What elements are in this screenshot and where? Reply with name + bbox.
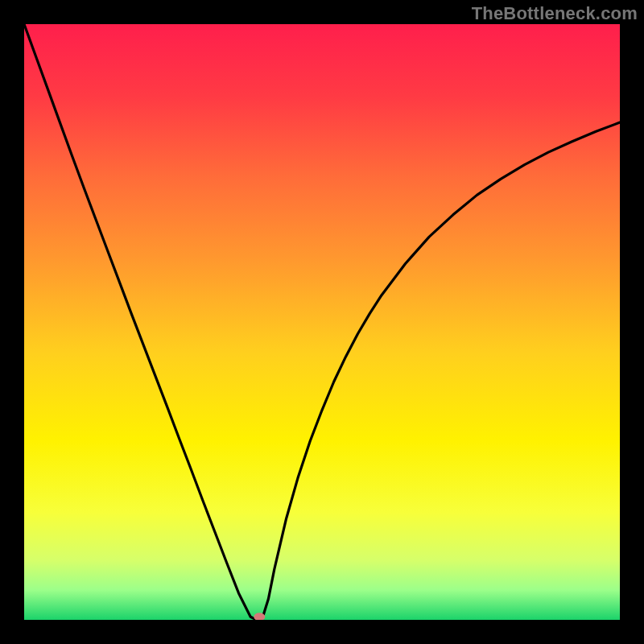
plot-area [24, 24, 620, 620]
chart-svg [24, 24, 620, 620]
gradient-background [24, 24, 620, 620]
watermark-text: TheBottleneck.com [472, 3, 638, 24]
chart-frame: TheBottleneck.com [0, 0, 644, 644]
